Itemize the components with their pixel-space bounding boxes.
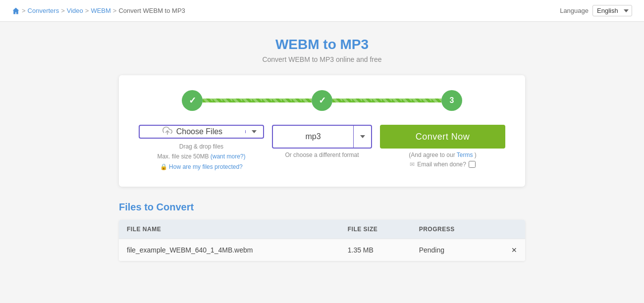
max-size-label: Max. file size 50MB (want more?): [139, 152, 264, 161]
step-line-2: [332, 99, 441, 102]
file-progress-cell: Pending: [411, 239, 491, 261]
email-checkbox[interactable]: [469, 161, 476, 168]
step-1-circle: ✓: [182, 90, 203, 111]
email-label: Email when done?: [417, 161, 466, 168]
terms-text: (And agree to our Terms ): [409, 152, 477, 158]
format-hint: Or choose a different format: [285, 152, 359, 158]
breadcrumb: > Converters > Video > WEBM > Convert WE…: [12, 6, 185, 15]
format-dropdown-arrow: [353, 126, 371, 148]
files-table: FILE NAME FILE SIZE PROGRESS file_exampl…: [119, 220, 525, 261]
email-notify: ✉ Email when done?: [410, 161, 476, 168]
page-subtitle: Convert WEBM to MP3 online and free: [119, 55, 525, 63]
breadcrumb-bar: > Converters > Video > WEBM > Convert WE…: [0, 0, 644, 22]
breadcrumb-sep-1: >: [22, 7, 26, 14]
format-value: mp3: [273, 132, 353, 141]
drag-drop-label: Drag & drop files: [139, 142, 264, 152]
language-select[interactable]: English Deutsch Français Español 日本語: [592, 5, 632, 16]
choose-files-section: Choose Files Drag & drop files Max. file…: [139, 125, 264, 172]
want-more-link[interactable]: (want more?): [211, 153, 246, 160]
choose-files-button[interactable]: Choose Files: [139, 125, 264, 139]
breadcrumb-sep-3: >: [85, 7, 89, 14]
col-progress: PROGRESS: [411, 220, 491, 239]
convert-section: Convert Now (And agree to our Terms ) ✉ …: [380, 125, 505, 168]
step-3-label: 3: [450, 96, 454, 105]
step-2-circle: ✓: [312, 90, 332, 111]
files-heading-plain: Files to: [119, 202, 154, 212]
files-table-header: FILE NAME FILE SIZE PROGRESS: [119, 220, 525, 239]
protected-link[interactable]: 🔒 How are my files protected?: [139, 162, 264, 172]
language-section: Language English Deutsch Français Españo…: [560, 5, 632, 16]
convert-now-button[interactable]: Convert Now: [380, 125, 505, 149]
files-table-body: file_example_WEBM_640_1_4MB.webm 1.35 MB…: [119, 239, 525, 261]
home-icon[interactable]: [12, 6, 20, 15]
breadcrumb-sep-4: >: [113, 7, 117, 14]
step-1-check: ✓: [189, 95, 196, 106]
controls-row: Choose Files Drag & drop files Max. file…: [139, 125, 505, 172]
converter-card: ✓ ✓ 3: [119, 75, 525, 187]
choose-files-label: Choose Files: [176, 127, 222, 136]
file-size-cell: 1.35 MB: [340, 239, 411, 261]
lock-icon: 🔒: [160, 162, 167, 172]
upload-icon: [162, 126, 172, 138]
col-filename: FILE NAME: [119, 220, 340, 239]
terms-link[interactable]: Terms: [457, 152, 473, 158]
col-filesize: FILE SIZE: [340, 220, 411, 239]
breadcrumb-converters[interactable]: Converters: [28, 7, 59, 14]
table-row: file_example_WEBM_640_1_4MB.webm 1.35 MB…: [119, 239, 525, 261]
language-label: Language: [560, 7, 589, 14]
breadcrumb-webm[interactable]: WEBM: [91, 7, 110, 14]
remove-file-button[interactable]: ✕: [491, 239, 525, 261]
files-table-header-row: FILE NAME FILE SIZE PROGRESS: [119, 220, 525, 239]
breadcrumb-current: Convert WEBM to MP3: [118, 7, 185, 14]
choose-files-main: Choose Files: [140, 126, 245, 138]
email-icon: ✉: [410, 161, 415, 168]
step-2-check: ✓: [319, 95, 326, 106]
files-section: Files to Convert FILE NAME FILE SIZE PRO…: [119, 202, 525, 261]
breadcrumb-video[interactable]: Video: [67, 7, 83, 14]
main-content: WEBM to MP3 Convert WEBM to MP3 online a…: [109, 22, 535, 276]
breadcrumb-sep-2: >: [61, 7, 65, 14]
format-selector: mp3 Or choose a different format: [272, 125, 372, 158]
format-dropdown[interactable]: mp3: [272, 125, 372, 149]
files-heading-accent: Convert: [157, 202, 194, 212]
step-3-circle: 3: [441, 90, 462, 111]
file-info: Drag & drop files Max. file size 50MB (w…: [139, 142, 264, 172]
steps-progress: ✓ ✓ 3: [139, 90, 505, 111]
files-heading: Files to Convert: [119, 202, 525, 213]
choose-files-dropdown-arrow: [245, 130, 263, 133]
page-title: WEBM to MP3: [119, 37, 525, 52]
step-line-1: [203, 99, 312, 102]
col-actions: [491, 220, 525, 239]
file-name-cell: file_example_WEBM_640_1_4MB.webm: [119, 239, 340, 261]
